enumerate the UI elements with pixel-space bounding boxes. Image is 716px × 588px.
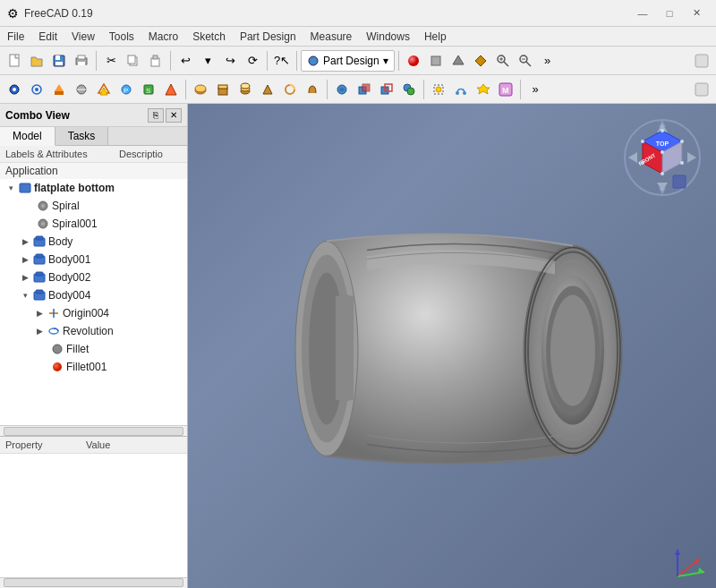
pd-misc3[interactable] xyxy=(473,79,494,100)
pd-3d6[interactable] xyxy=(302,79,323,100)
print-button[interactable] xyxy=(71,50,92,72)
toggle-body002[interactable]: ▶ xyxy=(18,270,32,285)
pd-op1[interactable] xyxy=(331,79,353,100)
workbench-dropdown[interactable]: Part Design ▾ xyxy=(301,50,395,72)
tree-area[interactable]: ▾ flatplate bottom Spiral S xyxy=(0,179,187,425)
pd-3d2[interactable] xyxy=(212,79,234,100)
pd-misc2[interactable] xyxy=(450,79,472,100)
tree-item-fillet001[interactable]: Fillet001 xyxy=(0,358,187,376)
save-button[interactable] xyxy=(48,50,70,72)
menu-tools[interactable]: Tools xyxy=(102,27,141,46)
undo-button[interactable]: ↩ xyxy=(175,50,196,72)
red-sphere-button[interactable] xyxy=(403,50,424,72)
sep-pd4 xyxy=(520,80,521,99)
icon-body004 xyxy=(32,288,47,303)
menu-sketch[interactable]: Sketch xyxy=(185,27,233,46)
tree-item-body002[interactable]: ▶ Body002 xyxy=(0,268,187,286)
pd-btn1[interactable] xyxy=(4,79,25,100)
toggle-body001[interactable]: ▶ xyxy=(18,252,32,267)
toolbar-standard: ✂ ↩ ▾ ↪ ⟳ ?↖ Part Design ▾ » xyxy=(0,47,716,75)
undo-arrow[interactable]: ▾ xyxy=(197,50,218,72)
redo-button[interactable]: ↪ xyxy=(219,50,241,72)
tab-tasks[interactable]: Tasks xyxy=(55,127,109,145)
menu-macro[interactable]: Macro xyxy=(141,27,185,46)
menu-help[interactable]: Help xyxy=(417,27,454,46)
menu-view[interactable]: View xyxy=(64,27,102,46)
pd-misc4[interactable]: M xyxy=(495,79,516,100)
settings-button[interactable] xyxy=(691,50,712,72)
svg-marker-94 xyxy=(657,183,668,192)
tree-item-origin004[interactable]: ▶ Origin004 xyxy=(0,304,187,322)
toggle-body004[interactable]: ▾ xyxy=(18,288,32,303)
combo-view-title: Combo View xyxy=(5,109,70,122)
menu-measure[interactable]: Measure xyxy=(303,27,360,46)
menu-file[interactable]: File xyxy=(0,27,31,46)
what-this-button[interactable]: ?↖ xyxy=(271,50,293,72)
pd-misc1[interactable] xyxy=(428,79,449,100)
pd-btn5[interactable] xyxy=(93,79,115,100)
tree-item-flatplate[interactable]: ▾ flatplate bottom xyxy=(0,179,187,197)
sep4 xyxy=(296,51,297,71)
minimize-button[interactable]: — xyxy=(630,4,655,22)
close-button[interactable]: ✕ xyxy=(684,4,709,22)
combo-close-button[interactable]: ✕ xyxy=(166,108,182,123)
paste-button[interactable] xyxy=(145,50,166,72)
tree-item-body001[interactable]: ▶ Body001 xyxy=(0,251,187,268)
pd-btn7[interactable]: S xyxy=(138,79,159,100)
pd-op2[interactable] xyxy=(354,79,375,100)
zoom-out-button[interactable] xyxy=(515,50,536,72)
combo-float-button[interactable]: ⎘ xyxy=(148,108,164,123)
menu-edit[interactable]: Edit xyxy=(31,27,64,46)
app-icon: ⚙ xyxy=(7,6,19,21)
svg-rect-42 xyxy=(218,85,227,89)
pd-btn3[interactable] xyxy=(48,79,70,100)
toggle-body[interactable]: ▶ xyxy=(18,234,32,249)
props-col2-header: Value xyxy=(86,439,110,450)
pd-btn2[interactable] xyxy=(26,79,47,100)
refresh-button[interactable]: ⟳ xyxy=(242,50,263,72)
tree-item-body004[interactable]: ▾ Body004 xyxy=(0,286,187,304)
pd-3d1[interactable] xyxy=(190,79,211,100)
pd-op3[interactable] xyxy=(376,79,397,100)
new-button[interactable] xyxy=(4,50,25,72)
toggle-revolution[interactable]: ▶ xyxy=(32,324,47,338)
navigation-cube[interactable]: TOP FRONT xyxy=(618,113,707,202)
zoom-button[interactable] xyxy=(492,50,514,72)
cut-button[interactable]: ✂ xyxy=(100,50,122,72)
3d-viewport[interactable]: TOP FRONT xyxy=(188,104,716,588)
tree-item-body[interactable]: ▶ Body xyxy=(0,233,187,251)
svg-marker-14 xyxy=(453,55,464,64)
pd-btn6[interactable]: P xyxy=(115,79,137,100)
tree-hscrollbar[interactable] xyxy=(4,427,183,436)
toolbar-partdesign: P S M » xyxy=(0,75,716,104)
tree-col2-header: Descriptio xyxy=(119,149,182,159)
more-tools-button[interactable]: » xyxy=(537,50,558,72)
label-spiral001: Spiral001 xyxy=(52,217,98,230)
tree-item-spiral001[interactable]: Spiral001 xyxy=(0,215,187,233)
toggle-flatplate[interactable]: ▾ xyxy=(4,181,18,195)
tree-item-revolution[interactable]: ▶ Revolution xyxy=(0,322,187,340)
pd-3d5[interactable] xyxy=(279,79,301,100)
toggle-origin004[interactable]: ▶ xyxy=(32,306,47,320)
square-shape-button[interactable] xyxy=(425,50,447,72)
menu-part-design[interactable]: Part Design xyxy=(233,27,303,46)
pd-btn8[interactable] xyxy=(160,79,182,100)
pd-3d4[interactable] xyxy=(257,79,278,100)
copy-button[interactable] xyxy=(123,50,144,72)
svg-text:TOP: TOP xyxy=(656,141,669,147)
props-hscrollbar[interactable] xyxy=(4,578,183,587)
shape3-button[interactable] xyxy=(448,50,469,72)
svg-point-102 xyxy=(641,140,644,143)
pd-3d3[interactable] xyxy=(234,79,256,100)
pd-settings[interactable] xyxy=(691,79,712,100)
pd-btn4[interactable] xyxy=(71,79,92,100)
menu-windows[interactable]: Windows xyxy=(359,27,417,46)
open-button[interactable] xyxy=(26,50,47,72)
pd-more[interactable]: » xyxy=(524,79,546,100)
tree-item-fillet[interactable]: Fillet xyxy=(0,340,187,358)
pd-op4[interactable] xyxy=(398,79,420,100)
maximize-button[interactable]: □ xyxy=(657,4,682,22)
tree-item-spiral[interactable]: Spiral xyxy=(0,197,187,215)
tab-model[interactable]: Model xyxy=(0,127,55,146)
shape4-button[interactable] xyxy=(470,50,491,72)
